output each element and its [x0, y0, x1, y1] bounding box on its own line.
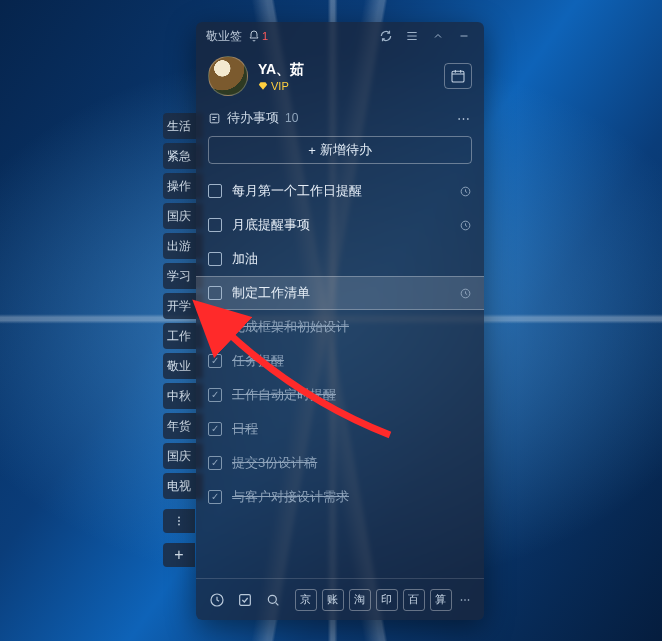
todo-checkbox[interactable]: [208, 252, 222, 266]
todo-item[interactable]: 与客户对接设计需求: [196, 480, 484, 514]
vip-label: VIP: [271, 80, 289, 92]
quick-link-button[interactable]: 百: [403, 589, 425, 611]
avatar[interactable]: [208, 56, 248, 96]
profile-row: YA、茹 VIP: [196, 50, 484, 106]
search-icon[interactable]: [262, 588, 285, 612]
todo-item[interactable]: 每月第一个工作日提醒: [196, 174, 484, 208]
notification-count: 1: [262, 30, 268, 42]
todo-item[interactable]: 月底提醒事项: [196, 208, 484, 242]
username: YA、茹: [258, 61, 304, 79]
todo-item[interactable]: 工作自动定时提醒: [196, 378, 484, 412]
todo-item[interactable]: 日程: [196, 412, 484, 446]
add-todo-label: 新增待办: [320, 141, 372, 159]
menu-icon[interactable]: [402, 26, 422, 46]
todo-checkbox[interactable]: [208, 388, 222, 402]
sync-icon[interactable]: [376, 26, 396, 46]
svg-point-13: [468, 599, 470, 601]
todo-label: 每月第一个工作日提醒: [232, 182, 449, 200]
svg-point-2: [178, 524, 180, 526]
section-more-icon[interactable]: ⋯: [457, 111, 472, 126]
todo-label: 制定工作清单: [232, 284, 449, 302]
todo-item[interactable]: 制定工作清单: [196, 276, 484, 310]
bottom-bar: 京账淘印百算: [196, 578, 484, 620]
clock-icon: [459, 287, 472, 300]
todo-checkbox[interactable]: [208, 354, 222, 368]
svg-rect-3: [452, 71, 464, 82]
collapse-icon[interactable]: [428, 26, 448, 46]
todo-label: 完成框架和初始设计: [232, 318, 472, 336]
vip-badge: VIP: [258, 80, 304, 92]
todo-item[interactable]: 完成框架和初始设计: [196, 310, 484, 344]
todo-label: 日程: [232, 420, 472, 438]
history-icon[interactable]: [206, 588, 229, 612]
svg-rect-4: [210, 114, 219, 123]
bell-icon: [248, 30, 260, 42]
plus-icon: +: [308, 143, 316, 158]
svg-point-0: [178, 517, 180, 519]
svg-point-11: [461, 599, 463, 601]
todo-checkbox[interactable]: [208, 490, 222, 504]
todo-checkbox[interactable]: [208, 456, 222, 470]
todo-item[interactable]: 任务提醒: [196, 344, 484, 378]
todo-label: 与客户对接设计需求: [232, 488, 472, 506]
todo-label: 提交3份设计稿: [232, 454, 472, 472]
todo-checkbox[interactable]: [208, 184, 222, 198]
list-icon: [208, 112, 221, 125]
section-count: 10: [285, 111, 298, 125]
todo-label: 任务提醒: [232, 352, 472, 370]
titlebar: 敬业签 1: [196, 22, 484, 50]
quick-link-button[interactable]: 淘: [349, 589, 371, 611]
bottom-more-icon[interactable]: [457, 588, 474, 612]
quick-link-button[interactable]: 算: [430, 589, 452, 611]
calendar-button[interactable]: [444, 63, 472, 89]
svg-point-12: [465, 599, 467, 601]
svg-point-10: [269, 595, 277, 603]
calendar-icon: [450, 68, 466, 84]
notification-bell[interactable]: 1: [248, 30, 268, 42]
minimize-icon[interactable]: [454, 26, 474, 46]
todo-checkbox[interactable]: [208, 422, 222, 436]
section-header: 待办事项 10 ⋯: [196, 106, 484, 130]
section-title: 待办事项: [227, 109, 279, 127]
todo-item[interactable]: 加油: [196, 242, 484, 276]
todo-label: 加油: [232, 250, 472, 268]
completed-icon[interactable]: [234, 588, 257, 612]
quick-link-button[interactable]: 京: [295, 589, 317, 611]
todo-label: 工作自动定时提醒: [232, 386, 472, 404]
todo-label: 月底提醒事项: [232, 216, 449, 234]
clock-icon: [459, 185, 472, 198]
add-todo-button[interactable]: + 新增待办: [208, 136, 472, 164]
todo-item[interactable]: 提交3份设计稿: [196, 446, 484, 480]
todo-list: 每月第一个工作日提醒月底提醒事项加油制定工作清单完成框架和初始设计任务提醒工作自…: [196, 174, 484, 578]
category-add-button[interactable]: +: [163, 543, 195, 567]
svg-rect-9: [240, 594, 251, 605]
quick-link-button[interactable]: 印: [376, 589, 398, 611]
app-name: 敬业签: [206, 28, 242, 45]
todo-checkbox[interactable]: [208, 218, 222, 232]
category-more-icon[interactable]: [163, 509, 195, 533]
app-panel: 敬业签 1 YA、茹 VIP: [196, 22, 484, 620]
clock-icon: [459, 219, 472, 232]
todo-checkbox[interactable]: [208, 286, 222, 300]
diamond-icon: [258, 81, 268, 91]
todo-checkbox[interactable]: [208, 320, 222, 334]
svg-point-1: [178, 520, 180, 522]
quick-link-button[interactable]: 账: [322, 589, 344, 611]
